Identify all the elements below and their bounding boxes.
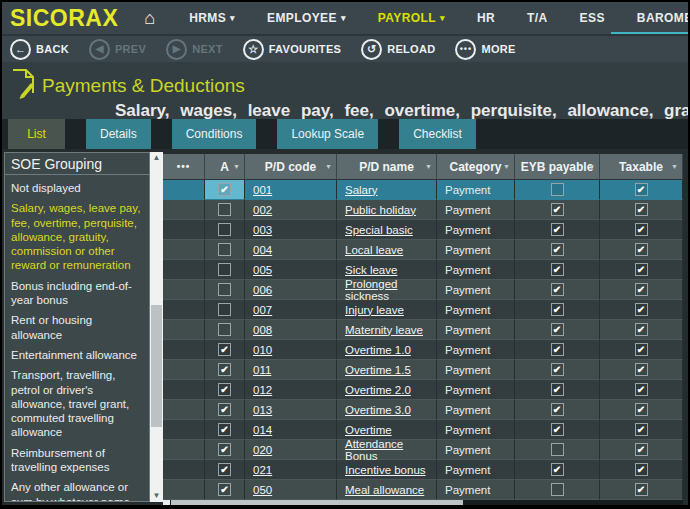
- row-menu-cell[interactable]: [163, 280, 205, 300]
- eyb-payable-checkbox[interactable]: ✔: [551, 383, 564, 396]
- column-header-active[interactable]: A▼: [205, 154, 245, 180]
- tab-lookup-scale[interactable]: Lookup Scale: [277, 119, 378, 149]
- table-row[interactable]: ✔001SalaryPayment✔: [163, 180, 683, 200]
- pd-code-link[interactable]: 006: [253, 284, 272, 296]
- soe-grouping-item[interactable]: Bonus including end-of-year bonus: [11, 276, 145, 311]
- horizontal-scrollbar-thumb[interactable]: [171, 500, 463, 505]
- home-icon[interactable]: ⌂: [144, 9, 155, 27]
- active-checkbox[interactable]: [218, 243, 231, 256]
- eyb-payable-checkbox[interactable]: ✔: [551, 423, 564, 436]
- column-header-eyb[interactable]: EYB payable▼: [515, 154, 600, 180]
- pd-code-link[interactable]: 007: [253, 304, 272, 316]
- active-checkbox[interactable]: ✔: [218, 423, 231, 436]
- active-checkbox[interactable]: ✔: [218, 383, 231, 396]
- more-button[interactable]: •••MORE: [455, 39, 515, 60]
- active-checkbox[interactable]: ✔: [218, 403, 231, 416]
- pd-name-link[interactable]: Maternity leave: [345, 324, 423, 336]
- row-menu-cell[interactable]: [163, 220, 205, 240]
- active-checkbox[interactable]: [218, 203, 231, 216]
- row-menu-cell[interactable]: [163, 200, 205, 220]
- pd-code-link[interactable]: 010: [253, 344, 272, 356]
- table-row[interactable]: ✔010Overtime 1.0Payment✔✔: [163, 340, 683, 360]
- row-menu-cell[interactable]: [163, 480, 205, 500]
- table-row[interactable]: 003Special basicPayment✔✔: [163, 220, 683, 240]
- filter-icon[interactable]: ▼: [425, 163, 432, 170]
- column-header-code[interactable]: P/D code▼: [245, 154, 337, 180]
- taxable-checkbox[interactable]: ✔: [635, 383, 648, 396]
- table-row[interactable]: ✔011Overtime 1.5Payment✔✔: [163, 360, 683, 380]
- pd-name-link[interactable]: Local leave: [345, 244, 403, 256]
- eyb-payable-checkbox[interactable]: ✔: [551, 323, 564, 336]
- table-row[interactable]: ✔020Attendance BonusPayment✔: [163, 440, 683, 460]
- pd-name-link[interactable]: Meal allowance: [345, 484, 424, 496]
- pd-code-link[interactable]: 002: [253, 204, 272, 216]
- row-menu-cell[interactable]: [163, 240, 205, 260]
- tab-checklist[interactable]: Checklist: [399, 119, 476, 149]
- nav-item-ta[interactable]: T/A: [527, 11, 548, 25]
- row-menu-cell[interactable]: [163, 380, 205, 400]
- pd-code-link[interactable]: 003: [253, 224, 272, 236]
- eyb-payable-checkbox[interactable]: ✔: [551, 343, 564, 356]
- active-checkbox[interactable]: ✔: [218, 463, 231, 476]
- pd-code-link[interactable]: 013: [253, 404, 272, 416]
- tab-details[interactable]: Details: [86, 119, 151, 149]
- row-menu-cell[interactable]: [163, 360, 205, 380]
- eyb-payable-checkbox[interactable]: ✔: [551, 363, 564, 376]
- pd-code-link[interactable]: 014: [253, 424, 272, 436]
- nav-item-payroll[interactable]: PAYROLL▾: [378, 11, 445, 25]
- taxable-checkbox[interactable]: ✔: [635, 283, 648, 296]
- taxable-checkbox[interactable]: ✔: [635, 463, 648, 476]
- soe-grouping-item[interactable]: Entertainment allowance: [11, 345, 145, 365]
- taxable-checkbox[interactable]: ✔: [635, 303, 648, 316]
- pd-name-link[interactable]: Overtime 3.0: [345, 404, 411, 416]
- pd-code-link[interactable]: 008: [253, 324, 272, 336]
- reload-button[interactable]: ↺RELOAD: [361, 39, 435, 60]
- nav-item-barometer[interactable]: BAROMETER: [637, 11, 688, 25]
- soe-grouping-item[interactable]: Rent or housing allowance: [11, 310, 145, 345]
- taxable-checkbox[interactable]: ✔: [635, 263, 648, 276]
- active-checkbox[interactable]: ✔: [218, 343, 231, 356]
- row-menu-cell[interactable]: [163, 320, 205, 340]
- pd-code-link[interactable]: 050: [253, 484, 272, 496]
- table-row[interactable]: 004Local leavePayment✔✔: [163, 240, 683, 260]
- table-horizontal-scrollbar[interactable]: [163, 500, 683, 505]
- eyb-payable-checkbox[interactable]: ✔: [551, 303, 564, 316]
- table-row[interactable]: 002Public holidayPayment✔✔: [163, 200, 683, 220]
- taxable-checkbox[interactable]: ✔: [635, 203, 648, 216]
- eyb-payable-checkbox[interactable]: ✔: [551, 463, 564, 476]
- table-row[interactable]: ✔021Incentive bonusPayment✔✔: [163, 460, 683, 480]
- pd-name-link[interactable]: Overtime 1.5: [345, 364, 411, 376]
- taxable-checkbox[interactable]: ✔: [635, 223, 648, 236]
- row-menu-cell[interactable]: [163, 260, 205, 280]
- pd-code-link[interactable]: 020: [253, 444, 272, 456]
- eyb-payable-checkbox[interactable]: ✔: [551, 263, 564, 276]
- column-header-category[interactable]: Category▼: [437, 154, 515, 180]
- eyb-payable-checkbox[interactable]: ✔: [551, 283, 564, 296]
- pd-code-link[interactable]: 005: [253, 264, 272, 276]
- column-header-name[interactable]: P/D name▼: [337, 154, 437, 180]
- active-checkbox[interactable]: ✔: [218, 483, 231, 496]
- nav-item-hr[interactable]: HR: [477, 11, 495, 25]
- taxable-checkbox[interactable]: ✔: [635, 483, 648, 496]
- pd-code-link[interactable]: 012: [253, 384, 272, 396]
- eyb-payable-checkbox[interactable]: ✔: [551, 223, 564, 236]
- pd-code-link[interactable]: 011: [253, 364, 271, 376]
- table-row[interactable]: ✔012Overtime 2.0Payment✔✔: [163, 380, 683, 400]
- taxable-checkbox[interactable]: ✔: [635, 343, 648, 356]
- table-row[interactable]: 007Injury leavePayment✔✔: [163, 300, 683, 320]
- pd-name-link[interactable]: Special basic: [345, 224, 413, 236]
- tab-conditions[interactable]: Conditions: [172, 119, 257, 149]
- pd-name-link[interactable]: Injury leave: [345, 304, 404, 316]
- pd-name-link[interactable]: Overtime: [345, 424, 392, 436]
- taxable-checkbox[interactable]: ✔: [635, 323, 648, 336]
- taxable-checkbox[interactable]: ✔: [635, 403, 648, 416]
- active-checkbox[interactable]: [218, 263, 231, 276]
- pd-name-link[interactable]: Public holiday: [345, 204, 416, 216]
- nav-item-hrms[interactable]: HRMS▾: [189, 11, 235, 25]
- scroll-up-icon[interactable]: ▲: [150, 152, 163, 164]
- row-menu-cell[interactable]: [163, 460, 205, 480]
- row-menu-cell[interactable]: [163, 180, 205, 200]
- filter-icon[interactable]: ▼: [233, 163, 240, 170]
- active-checkbox[interactable]: [218, 223, 231, 236]
- soe-grouping-item[interactable]: Any other allowance or sum by whatever n…: [11, 477, 145, 502]
